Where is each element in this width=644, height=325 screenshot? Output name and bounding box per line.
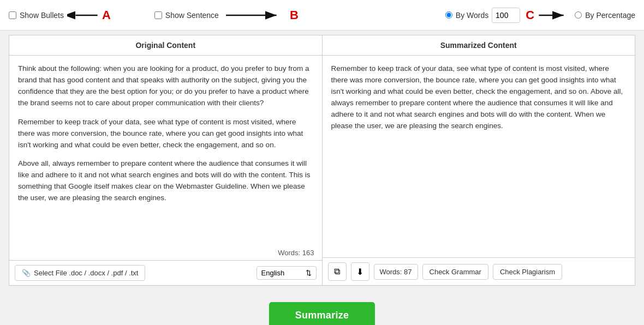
show-bullets-group: Show Bullets A — [9, 7, 111, 23]
select-file-label: Select File .doc / .docx / .pdf / .txt — [34, 269, 138, 277]
by-percentage-radio[interactable] — [575, 11, 582, 19]
annotation-a-group: A — [67, 7, 111, 23]
words-count: Words: 163 — [9, 246, 322, 260]
annotation-c-group: C — [526, 8, 569, 23]
word-count-input[interactable] — [492, 8, 520, 23]
check-plagiarism-button[interactable]: Check Plagiarism — [493, 264, 562, 280]
copy-icon: ⧉ — [334, 267, 340, 276]
show-sentence-group: Show Sentence B — [154, 7, 299, 23]
summarized-text: Remember to keep track of your data, see… — [323, 56, 635, 257]
by-words-label: By Words — [456, 11, 488, 20]
language-value: English — [261, 269, 285, 277]
chevron-updown-icon: ⇅ — [306, 269, 312, 277]
language-selector[interactable]: English ⇅ — [257, 266, 317, 280]
summarize-section: Summarize — [0, 290, 644, 325]
arrow-c-icon — [536, 8, 569, 23]
summarized-panel-footer: ⧉ ⬇ Words: 87 Check Grammar Check Plagia… — [323, 257, 635, 285]
summarized-words-badge: Words: 87 — [374, 264, 418, 280]
paperclip-icon: 📎 — [22, 269, 31, 277]
copy-button[interactable]: ⧉ — [328, 262, 347, 281]
original-panel-footer: 📎 Select File .doc / .docx / .pdf / .txt… — [9, 260, 322, 285]
original-text-p2: Remember to keep track of your data, see… — [18, 117, 313, 151]
by-words-group: By Words — [445, 8, 520, 23]
original-text: Think about the following: when you are … — [9, 56, 322, 246]
annotation-b-label: B — [290, 8, 299, 22]
svg-rect-1 — [68, 8, 76, 14]
original-text-p1: Think about the following: when you are … — [18, 63, 313, 109]
download-button[interactable]: ⬇ — [351, 262, 369, 281]
summarized-text-p1: Remember to keep track of your data, see… — [331, 63, 627, 132]
original-content-header: Original Content — [9, 35, 323, 55]
annotation-b-group: B — [222, 7, 299, 23]
summarize-button[interactable]: Summarize — [269, 302, 375, 325]
toolbar-right: By Words C By Percentage — [445, 8, 635, 23]
arrow-b-icon — [222, 7, 288, 23]
summarized-panel: Remember to keep track of your data, see… — [323, 56, 635, 285]
show-bullets-label: Show Bullets — [20, 11, 64, 20]
panels-body: Think about the following: when you are … — [9, 56, 635, 285]
show-bullets-checkbox[interactable] — [9, 11, 16, 19]
show-sentence-checkbox[interactable] — [154, 11, 162, 19]
annotation-a-label: A — [102, 8, 111, 22]
main-content: Original Content Summarized Content Thin… — [9, 35, 635, 286]
panels-header: Original Content Summarized Content — [9, 35, 635, 56]
by-percentage-label: By Percentage — [585, 11, 635, 20]
show-sentence-label: Show Sentence — [165, 11, 219, 20]
select-file-button[interactable]: 📎 Select File .doc / .docx / .pdf / .txt — [15, 265, 145, 281]
original-panel: Think about the following: when you are … — [9, 56, 323, 285]
check-grammar-button[interactable]: Check Grammar — [422, 264, 488, 280]
by-percentage-group: By Percentage — [575, 11, 635, 20]
original-text-p3: Above all, always remember to prepare co… — [18, 158, 313, 204]
by-words-radio[interactable] — [445, 11, 452, 19]
arrow-a-icon — [67, 7, 100, 23]
toolbar: Show Bullets A Show Sentence — [0, 0, 644, 31]
annotation-c-label: C — [526, 8, 534, 22]
summarized-content-header: Summarized Content — [323, 35, 635, 55]
download-icon: ⬇ — [356, 267, 363, 277]
